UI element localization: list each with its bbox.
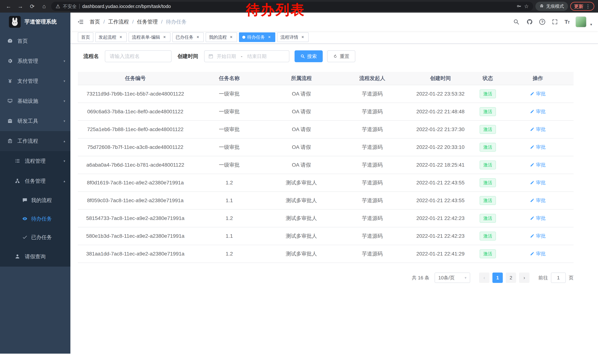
tab-done-tasks[interactable]: 已办任务 × bbox=[172, 32, 204, 42]
approve-link[interactable]: 审批 bbox=[530, 179, 546, 186]
close-icon[interactable]: × bbox=[195, 35, 200, 40]
forward-button[interactable]: → bbox=[16, 1, 25, 11]
approve-link[interactable]: 审批 bbox=[530, 108, 546, 115]
approve-link[interactable]: 审批 bbox=[530, 197, 546, 204]
reset-button-label: 重置 bbox=[340, 53, 349, 60]
approve-label: 审批 bbox=[536, 251, 546, 257]
cell-status: 激活 bbox=[473, 107, 502, 116]
cell-action: 审批 bbox=[502, 162, 573, 169]
approve-link[interactable]: 审批 bbox=[530, 144, 546, 150]
search-icon[interactable] bbox=[513, 19, 520, 25]
sidebar-item-devtools[interactable]: 研发工具 ▾ bbox=[0, 111, 70, 131]
sidebar-item-payment[interactable]: ¥ 支付管理 ▾ bbox=[0, 71, 70, 91]
table-row: 8f0d1619-7ac8-11ec-a9e2-a2380e71991a 1.2… bbox=[78, 174, 573, 192]
cell-status: 激活 bbox=[473, 125, 502, 134]
menu-dots-icon[interactable]: ⋮ bbox=[586, 4, 590, 9]
tab-home[interactable]: 首页 bbox=[78, 32, 93, 42]
check-icon bbox=[22, 234, 28, 241]
approve-label: 审批 bbox=[536, 90, 546, 97]
back-button[interactable]: ← bbox=[4, 1, 13, 11]
tab-process-detail[interactable]: 流程详情 × bbox=[277, 32, 309, 42]
date-range-picker[interactable]: 开始日期 - 结束日期 bbox=[204, 50, 289, 62]
refresh-button[interactable]: ⟳ bbox=[27, 1, 37, 11]
cell-action: 审批 bbox=[502, 233, 573, 240]
tab-start-process[interactable]: 发起流程 × bbox=[95, 32, 127, 42]
security-warning-icon[interactable]: ⚠ bbox=[56, 3, 60, 9]
status-badge: 激活 bbox=[480, 196, 496, 205]
sidebar-item-done[interactable]: 已办任务 bbox=[0, 228, 70, 247]
page-button-2[interactable]: 2 bbox=[506, 273, 516, 283]
table-row: 725a1eb6-7b88-11ec-8ef0-acde48001122 一级审… bbox=[78, 121, 573, 138]
fullscreen-icon[interactable] bbox=[551, 19, 558, 25]
process-name-input[interactable] bbox=[105, 50, 172, 62]
table-body: 73211d9d-7b9b-11ec-b5b7-acde48001122 一级审… bbox=[78, 85, 573, 263]
goto-input[interactable] bbox=[551, 273, 566, 283]
sidebar-toggle-button[interactable] bbox=[77, 18, 84, 25]
chevron-down-icon: ▾ bbox=[465, 275, 466, 280]
star-icon[interactable]: ☆ bbox=[524, 3, 529, 9]
approve-link[interactable]: 审批 bbox=[530, 215, 546, 221]
cell-task-id: 069c6a63-7b8a-11ec-8ef0-acde48001122 bbox=[78, 109, 193, 115]
status-badge: 激活 bbox=[480, 89, 496, 98]
search-button[interactable]: 搜索 bbox=[295, 50, 323, 62]
help-icon[interactable]: ? bbox=[539, 19, 545, 25]
github-icon[interactable] bbox=[526, 19, 533, 25]
cell-task-name: 1.2 bbox=[193, 180, 266, 186]
font-size-icon[interactable]: TT bbox=[565, 19, 569, 25]
approve-link[interactable]: 审批 bbox=[530, 126, 546, 133]
approve-link[interactable]: 审批 bbox=[530, 251, 546, 257]
prev-page-button[interactable]: ‹ bbox=[479, 273, 490, 283]
cell-status: 激活 bbox=[473, 196, 502, 205]
page-button-1[interactable]: 1 bbox=[492, 273, 503, 283]
home-button[interactable]: ⌂ bbox=[39, 1, 49, 11]
process-name-label: 流程名 bbox=[83, 53, 99, 60]
breadcrumb-item-task-mgmt[interactable]: 任务管理 bbox=[137, 18, 158, 25]
cell-starter: 芋道源码 bbox=[337, 108, 407, 115]
breadcrumb-item-workflow[interactable]: 工作流程 bbox=[108, 18, 129, 25]
sidebar-item-my-process[interactable]: 我的流程 bbox=[0, 191, 70, 210]
reset-button[interactable]: 重置 bbox=[327, 50, 355, 62]
sidebar-item-process-mgmt[interactable]: 流程管理 ▾ bbox=[0, 151, 70, 171]
sidebar-item-infra[interactable]: 基础设施 ▾ bbox=[0, 91, 70, 111]
approve-link[interactable]: 审批 bbox=[530, 90, 546, 97]
table-row: 58154733-7ac8-11ec-a9e2-a2380e71991a 1.2… bbox=[78, 210, 573, 227]
edit-icon bbox=[530, 91, 534, 96]
close-icon[interactable]: × bbox=[300, 35, 305, 40]
tab-todo-tasks[interactable]: 待办任务 × bbox=[239, 32, 275, 42]
browser-menu-update-button[interactable]: 更新 ⋮ bbox=[570, 2, 594, 11]
cell-create-time: 2022-01-21 22:41:29 bbox=[407, 251, 473, 257]
close-icon[interactable]: × bbox=[229, 35, 234, 40]
sidebar-item-system[interactable]: 系统管理 ▾ bbox=[0, 51, 70, 71]
page-size-value: 10条/页 bbox=[438, 275, 455, 281]
close-icon[interactable]: × bbox=[267, 35, 272, 40]
avatar-caret-icon[interactable]: ▾ bbox=[590, 22, 592, 27]
tab-form-edit[interactable]: 流程表单-编辑 × bbox=[129, 32, 170, 42]
edit-icon bbox=[530, 109, 534, 114]
approve-link[interactable]: 审批 bbox=[530, 162, 546, 168]
sidebar-item-leave-query[interactable]: 请假查询 bbox=[0, 247, 70, 267]
range-separator: - bbox=[241, 54, 242, 59]
cell-starter: 芋道源码 bbox=[337, 197, 407, 204]
sidebar-item-workflow[interactable]: 工作流程 ▴ bbox=[0, 131, 70, 151]
key-icon[interactable] bbox=[516, 3, 522, 9]
cell-status: 激活 bbox=[473, 161, 502, 169]
approve-label: 审批 bbox=[536, 233, 546, 239]
approve-link[interactable]: 审批 bbox=[530, 233, 546, 239]
close-icon[interactable]: × bbox=[118, 35, 123, 40]
edit-icon bbox=[530, 216, 534, 220]
sidebar-item-home[interactable]: 首页 bbox=[0, 31, 70, 51]
page-size-select[interactable]: 10条/页 ▾ bbox=[435, 273, 470, 283]
pagination: 共 16 条 10条/页 ▾ ‹ 1 2 › 前往 页 bbox=[78, 273, 573, 294]
sidebar-item-task-mgmt[interactable]: 任务管理 ▴ bbox=[0, 171, 70, 191]
next-page-button[interactable]: › bbox=[519, 273, 530, 283]
chevron-down-icon: ▾ bbox=[64, 119, 65, 123]
cell-status: 激活 bbox=[473, 178, 502, 187]
tab-my-process[interactable]: 我的流程 × bbox=[206, 32, 237, 42]
sidebar-item-label: 研发工具 bbox=[17, 118, 38, 125]
monitor-icon bbox=[6, 98, 14, 104]
cell-starter: 芋道源码 bbox=[337, 179, 407, 186]
close-icon[interactable]: × bbox=[162, 35, 167, 40]
breadcrumb-item-home[interactable]: 首页 bbox=[90, 18, 100, 25]
avatar[interactable] bbox=[575, 16, 587, 27]
sidebar-item-todo[interactable]: 待办任务 bbox=[0, 210, 70, 228]
